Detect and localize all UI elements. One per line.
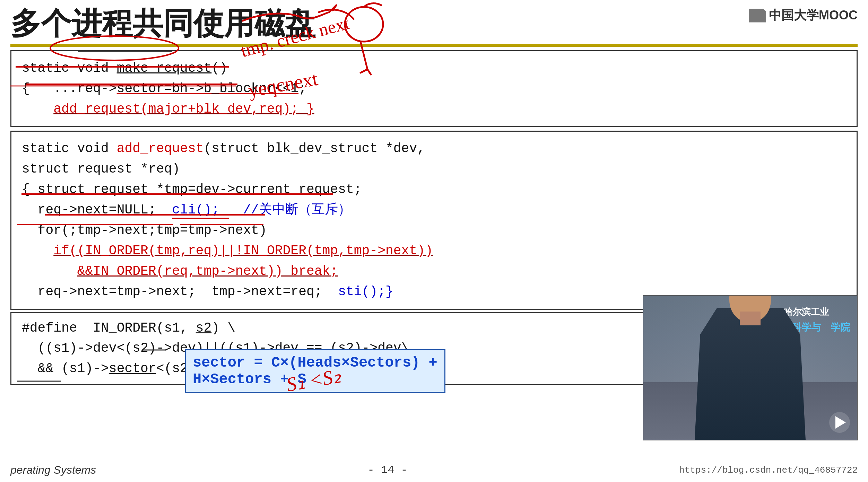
code-line-3: add_request(major+blk_dev,req); } <box>22 99 846 120</box>
footer-page-number: - 14 - <box>368 464 408 476</box>
code-line-1: static void make_request() <box>22 58 846 79</box>
mooc-logo-text: 中国大学MOOC <box>769 7 858 24</box>
code-block-2: static void add_request(struct blk_dev_s… <box>10 131 858 310</box>
sector-formula-box: sector = C×(Heads×Sectors) + H×Sectors +… <box>185 349 445 393</box>
code-line-2: { ...req->sector=bh->b_blocknr<<1; <box>22 79 846 99</box>
separator-line <box>10 44 858 47</box>
code-line-b6: if((IN_ORDER(tmp,req)||!IN_ORDER(tmp,tmp… <box>22 241 846 261</box>
page-header: 多个进程共同使用磁盘 中国大学MOOC <box>0 0 868 41</box>
code-line-b7: &&IN_ORDER(req,tmp->next)) break; <box>22 261 846 282</box>
code-line-b2: struct request *req) <box>22 159 846 179</box>
play-icon <box>835 416 846 429</box>
mooc-logo-icon <box>749 9 766 23</box>
footer-url: https://blog.csdn.net/qq_46857722 <box>679 465 858 475</box>
sector-formula-text: sector = C×(Heads×Sectors) + H×Sectors +… <box>193 354 437 388</box>
page-title: 多个进程共同使用磁盘 <box>10 7 315 41</box>
footer-left-text: perating Systems <box>10 464 96 476</box>
code-line-b4: req->next=NULL; cli(); //关中断（互斥） <box>22 200 846 220</box>
video-background: 哈尔滨工业 计算机科学与 学院 <box>643 296 857 440</box>
play-button[interactable] <box>829 412 850 433</box>
code-line-b5: for(;tmp->next;tmp=tmp->next) <box>22 220 846 241</box>
mooc-logo: 中国大学MOOC <box>749 7 858 24</box>
person-neck <box>740 312 761 325</box>
person-body <box>695 308 806 440</box>
page-footer: perating Systems - 14 - https://blog.csd… <box>0 458 868 482</box>
code-line-b1: static void add_request(struct blk_dev_s… <box>22 139 846 159</box>
code-line-b3: { struct requset *tmp=dev->current_reque… <box>22 179 846 200</box>
video-panel[interactable]: 哈尔滨工业 计算机科学与 学院 <box>643 295 858 440</box>
code-block-1: static void make_request() { ...req->sec… <box>10 50 858 128</box>
